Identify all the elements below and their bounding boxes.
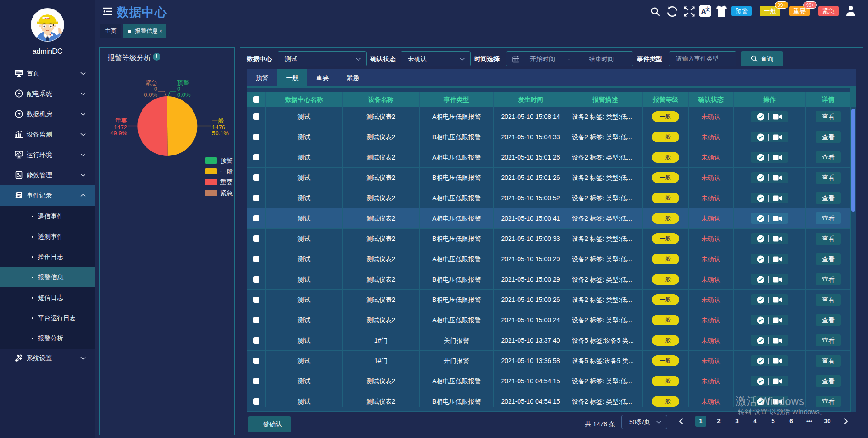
- svg-text:50.1%: 50.1%: [212, 130, 229, 137]
- svg-text:一般: 一般: [220, 168, 233, 175]
- svg-text:重要: 重要: [220, 179, 233, 186]
- svg-text:一般: 一般: [212, 118, 224, 124]
- svg-text:文: 文: [705, 6, 710, 12]
- svg-text:0.0%: 0.0%: [177, 91, 191, 98]
- svg-text:紧急: 紧急: [220, 189, 233, 197]
- svg-text:预警: 预警: [220, 157, 233, 164]
- svg-text:重要: 重要: [115, 118, 127, 124]
- svg-text:❢Acrel: ❢Acrel: [43, 17, 50, 19]
- svg-text:49.9%: 49.9%: [110, 130, 127, 137]
- svg-text:0.0%: 0.0%: [144, 91, 157, 98]
